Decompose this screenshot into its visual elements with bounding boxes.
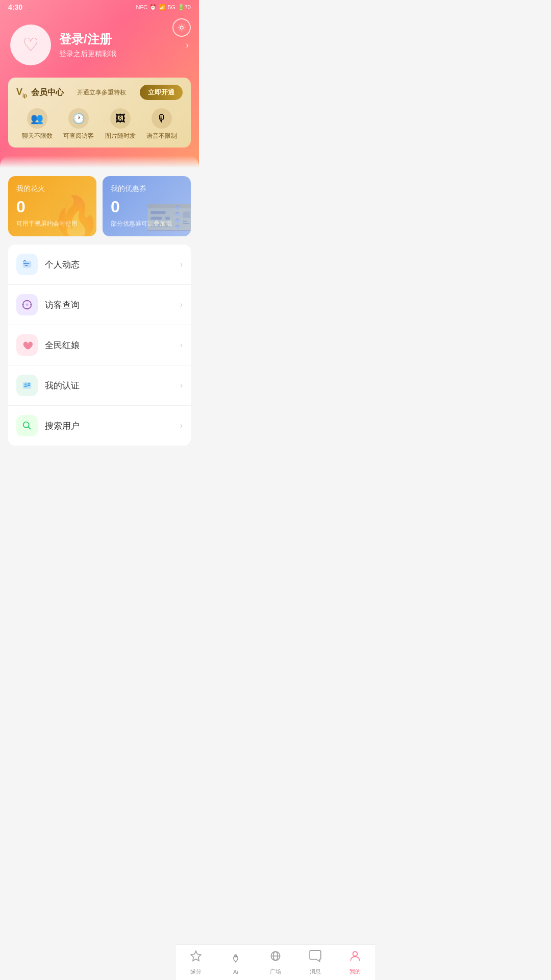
vip-feature-chat: 👥 聊天不限数	[22, 108, 53, 140]
menu-item-my-cert[interactable]: 我的认证 ›	[8, 365, 191, 406]
visitor-query-icon	[16, 294, 38, 315]
vip-chat-label: 聊天不限数	[22, 132, 53, 140]
vip-title-group: Vip 会员中心	[16, 87, 64, 99]
vip-voice-icon: 🎙	[152, 108, 172, 129]
vip-badge: Vip	[16, 87, 27, 99]
login-subtitle: 登录之后更精彩哦	[59, 50, 178, 59]
wallet-row: 我的花火 0 可用于视屏约会时使用 🔥 我的优惠券 0 部分优惠券可以叠加哦 🎫	[8, 176, 191, 236]
svg-point-7	[23, 422, 29, 428]
vip-card: Vip 会员中心 开通立享多重特权 立即开通 👥 聊天不限数 🕐 可查阅访客 🖼…	[8, 78, 191, 148]
coupon-bg-icon: 🎫	[145, 193, 191, 236]
header-background: 4:30 NFC ⏰ 📶 5G 🔋70 ♡ 登录/注册 登录之后更精彩	[0, 0, 199, 168]
bottom-nav: 缘分 Ai 广场	[176, 944, 199, 980]
battery-icon: 🔋70	[178, 4, 191, 11]
main-content: 我的花火 0 可用于视屏约会时使用 🔥 我的优惠券 0 部分优惠券可以叠加哦 🎫	[0, 168, 199, 493]
vip-header: Vip 会员中心 开通立享多重特权 立即开通	[16, 85, 183, 100]
vip-feature-photo: 🖼 图片随时发	[105, 108, 136, 140]
menu-item-matchmaker[interactable]: 全民红娘 ›	[8, 325, 191, 365]
nav-item-yuanfen[interactable]: 缘分	[176, 945, 199, 980]
personal-dynamic-icon	[16, 254, 38, 275]
nfc-icon: NFC	[136, 4, 147, 10]
my-cert-icon	[16, 375, 38, 396]
vip-features-row: 👥 聊天不限数 🕐 可查阅访客 🖼 图片随时发 🎙 语音不限制	[16, 108, 183, 140]
profile-section[interactable]: ♡ 登录/注册 登录之后更精彩哦 ›	[0, 14, 199, 78]
fire-card-title: 我的花火	[16, 184, 88, 193]
fire-bg-icon: 🔥	[51, 193, 96, 236]
avatar: ♡	[10, 24, 51, 65]
menu-item-personal-dynamic[interactable]: 个人动态 ›	[8, 244, 191, 285]
vip-center-label: 会员中心	[31, 87, 64, 98]
vip-feature-voice: 🎙 语音不限制	[146, 108, 177, 140]
visitor-query-chevron: ›	[180, 300, 183, 309]
nav-label-yuanfen: 缘分	[190, 968, 199, 975]
menu-label-matchmaker: 全民红娘	[45, 339, 180, 351]
vip-feature-visitor: 🕐 可查阅访客	[63, 108, 94, 140]
vip-promo-text: 开通立享多重特权	[77, 88, 126, 97]
matchmaker-icon	[16, 334, 38, 356]
status-time: 4:30	[8, 3, 22, 11]
profile-info: 登录/注册 登录之后更精彩哦	[59, 31, 178, 59]
yuanfen-icon	[189, 949, 199, 966]
search-user-icon	[16, 415, 38, 436]
svg-point-2	[23, 263, 25, 264]
menu-item-search-user[interactable]: 搜索用户 ›	[8, 406, 191, 446]
vip-visitor-icon: 🕐	[68, 108, 89, 129]
my-cert-chevron: ›	[180, 381, 183, 390]
menu-label-my-cert: 我的认证	[45, 380, 180, 391]
vip-photo-label: 图片随时发	[105, 132, 136, 140]
menu-label-visitor-query: 访客查询	[45, 299, 180, 311]
vip-open-button[interactable]: 立即开通	[140, 85, 183, 100]
coupon-card-title: 我的优惠券	[111, 184, 183, 193]
profile-chevron-icon[interactable]: ›	[186, 40, 189, 51]
vip-voice-label: 语音不限制	[146, 132, 177, 140]
avatar-heart-icon: ♡	[22, 34, 39, 56]
menu-section: 个人动态 › 访客查询 ›	[8, 244, 191, 446]
svg-point-4	[26, 303, 29, 306]
wifi-icon: 📶	[159, 4, 166, 11]
search-user-chevron: ›	[180, 421, 183, 430]
signal-icon: 5G	[168, 4, 176, 10]
fire-card[interactable]: 我的花火 0 可用于视屏约会时使用 🔥	[8, 176, 96, 236]
svg-point-6	[24, 383, 27, 386]
svg-rect-1	[23, 261, 32, 268]
menu-label-search-user: 搜索用户	[45, 420, 180, 432]
menu-label-personal-dynamic: 个人动态	[45, 259, 180, 271]
menu-item-visitor-query[interactable]: 访客查询 ›	[8, 285, 191, 325]
vip-chat-icon: 👥	[27, 108, 47, 129]
settings-button[interactable]	[172, 18, 191, 37]
vip-photo-icon: 🖼	[110, 108, 131, 129]
alarm-icon: ⏰	[149, 4, 157, 11]
coupon-card[interactable]: 我的优惠券 0 部分优惠券可以叠加哦 🎫	[103, 176, 191, 236]
svg-point-0	[180, 26, 183, 29]
status-bar: 4:30 NFC ⏰ 📶 5G 🔋70	[0, 0, 199, 14]
vip-visitor-label: 可查阅访客	[63, 132, 94, 140]
matchmaker-chevron: ›	[180, 340, 183, 350]
login-title: 登录/注册	[59, 31, 178, 47]
status-icons: NFC ⏰ 📶 5G 🔋70	[136, 4, 191, 11]
svg-rect-5	[23, 382, 32, 389]
personal-dynamic-chevron: ›	[180, 260, 183, 269]
